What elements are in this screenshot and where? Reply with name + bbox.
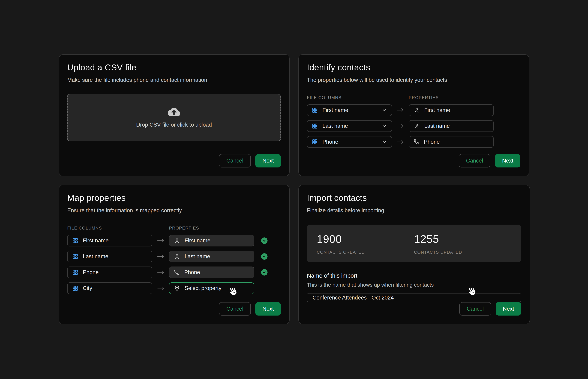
mapping-row: Phone Phone <box>67 267 281 278</box>
property-value: Phone <box>184 269 200 276</box>
import-contacts-card: Import contacts Finalize details before … <box>298 185 530 324</box>
stat-label: CONTACTS UPDATED <box>414 250 511 255</box>
stat-value: 1900 <box>317 233 414 245</box>
chevron-down-icon <box>382 139 387 144</box>
person-icon <box>174 238 180 244</box>
grid-icon <box>312 123 318 129</box>
mapping-row: First name First name <box>67 235 281 246</box>
map-properties-card: Map properties Ensure that the informati… <box>59 185 290 324</box>
select-property-placeholder: Select property <box>185 285 221 291</box>
next-button[interactable]: Next <box>255 154 281 167</box>
chevron-down-icon <box>382 108 387 113</box>
next-button[interactable]: Next <box>496 302 521 316</box>
card-subtitle: Ensure that the information is mapped co… <box>67 207 281 214</box>
stat-contacts-created: 1900 CONTACTS CREATED <box>317 233 414 255</box>
grid-icon <box>72 253 78 259</box>
maps-to-arrow-icon <box>152 254 169 259</box>
button-row: Cancel Next <box>67 302 281 316</box>
column-value: Last name <box>83 253 108 260</box>
property-value: Last name <box>424 123 450 129</box>
card-subtitle: Make sure the file includes phone and co… <box>67 77 281 83</box>
file-column-city[interactable]: City <box>67 282 152 294</box>
page-title: Map properties <box>67 193 281 203</box>
phone-icon <box>414 139 419 145</box>
button-row: Cancel Next <box>307 154 521 167</box>
maps-to-arrow-icon <box>392 108 409 113</box>
file-column-dropdown-first-name[interactable]: First name <box>307 104 392 116</box>
mapped-check-icon <box>261 269 268 276</box>
grid-icon <box>72 269 78 275</box>
mapping-row: Last name Last name <box>307 120 521 132</box>
cancel-button[interactable]: Cancel <box>459 302 491 316</box>
person-icon <box>414 107 420 113</box>
property-field-last-name[interactable]: Last name <box>409 120 494 132</box>
mapped-check-icon <box>261 253 268 260</box>
page-title: Identify contacts <box>307 63 521 72</box>
mapping-row: City Select property <box>67 282 281 294</box>
import-name-help: This is the name that shows up when filt… <box>307 282 521 288</box>
person-icon <box>174 253 180 259</box>
maps-to-arrow-icon <box>152 238 169 243</box>
grid-icon <box>312 139 318 145</box>
location-icon <box>174 285 180 291</box>
mapping-row: Last name Last name <box>67 251 281 262</box>
properties-label: PROPERTIES <box>409 95 439 100</box>
import-name-input[interactable] <box>307 293 521 302</box>
maps-to-arrow-icon <box>392 124 409 128</box>
property-field-last-name[interactable]: Last name <box>169 251 254 262</box>
dropdown-value: Last name <box>322 123 348 129</box>
page-title: Upload a CSV file <box>67 63 281 72</box>
maps-to-arrow-icon <box>392 140 409 144</box>
property-field-first-name[interactable]: First name <box>169 235 254 246</box>
property-field-phone[interactable]: Phone <box>409 136 494 148</box>
column-headers: FILE COLUMNS PROPERTIES <box>67 226 281 231</box>
cancel-button[interactable]: Cancel <box>459 154 491 167</box>
mapped-check-icon <box>261 237 268 244</box>
maps-to-arrow-icon <box>152 286 169 291</box>
file-column-phone[interactable]: Phone <box>67 267 152 278</box>
dropdown-value: First name <box>322 107 348 113</box>
column-value: First name <box>83 237 109 244</box>
mapping-row: Phone Phone <box>307 136 521 148</box>
column-value: Phone <box>83 269 99 276</box>
csv-dropzone[interactable]: Drop CSV file or click to upload <box>67 94 281 141</box>
next-button[interactable]: Next <box>255 302 281 316</box>
file-column-dropdown-last-name[interactable]: Last name <box>307 120 392 132</box>
select-property-dropdown[interactable]: Select property <box>169 282 254 294</box>
mapping-row: First name First name <box>307 104 521 116</box>
upload-csv-card: Upload a CSV file Make sure the file inc… <box>59 54 290 176</box>
property-value: First name <box>185 237 210 244</box>
file-columns-label: FILE COLUMNS <box>67 226 152 231</box>
file-column-first-name[interactable]: First name <box>67 235 152 246</box>
property-field-phone[interactable]: Phone <box>169 267 254 278</box>
property-value: Phone <box>424 139 440 145</box>
next-button[interactable]: Next <box>495 154 521 167</box>
stat-label: CONTACTS CREATED <box>317 250 414 255</box>
property-value: Last name <box>185 253 210 260</box>
dropzone-label: Drop CSV file or click to upload <box>136 122 212 128</box>
maps-to-arrow-icon <box>152 270 169 275</box>
file-column-last-name[interactable]: Last name <box>67 251 152 262</box>
stat-value: 1255 <box>414 233 511 245</box>
card-subtitle: The properties below will be used to ide… <box>307 77 521 83</box>
property-value: First name <box>424 107 450 113</box>
import-stats-panel: 1900 CONTACTS CREATED 1255 CONTACTS UPDA… <box>307 225 521 262</box>
person-icon <box>414 123 420 129</box>
grid-icon <box>72 285 78 291</box>
phone-icon <box>174 269 180 275</box>
card-subtitle: Finalize details before importing <box>307 207 521 214</box>
dropdown-value: Phone <box>322 139 338 145</box>
button-row: Cancel Next <box>307 302 521 316</box>
chevron-down-icon <box>382 123 387 129</box>
page-title: Import contacts <box>307 193 521 203</box>
cloud-upload-icon <box>168 107 180 117</box>
stat-contacts-updated: 1255 CONTACTS UPDATED <box>414 233 511 255</box>
cancel-button[interactable]: Cancel <box>219 302 251 316</box>
property-field-first-name[interactable]: First name <box>409 104 494 116</box>
column-headers: FILE COLUMNS PROPERTIES <box>307 95 521 100</box>
identify-contacts-card: Identify contacts The properties below w… <box>298 54 529 176</box>
cancel-button[interactable]: Cancel <box>219 154 251 167</box>
grid-icon <box>72 238 78 244</box>
grid-icon <box>312 107 318 113</box>
file-column-dropdown-phone[interactable]: Phone <box>307 136 392 148</box>
